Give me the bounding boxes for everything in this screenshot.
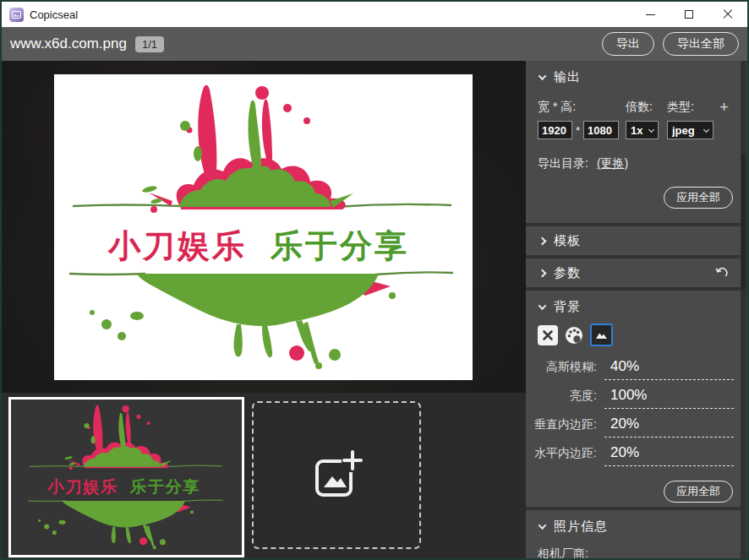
horizontal-padding-label: 水平内边距: bbox=[526, 446, 604, 466]
none-icon bbox=[542, 329, 554, 341]
scale-label: 倍数: bbox=[626, 100, 667, 115]
bg-none-button[interactable] bbox=[538, 325, 558, 345]
background-apply-all-button[interactable]: 应用全部 bbox=[664, 481, 733, 503]
panel-background: 背景 bbox=[526, 291, 741, 507]
gaussian-blur-value[interactable]: 40% bbox=[604, 358, 734, 380]
width-height-label: 宽 * 高: bbox=[538, 100, 626, 115]
dimension-separator: * bbox=[572, 124, 583, 137]
bg-color-button[interactable] bbox=[564, 325, 584, 345]
palette-icon bbox=[564, 325, 584, 345]
preview-image: 小刀娱乐 乐于分享 bbox=[54, 74, 473, 380]
brightness-value[interactable]: 100% bbox=[604, 387, 734, 409]
scale-select[interactable]: 1x bbox=[626, 121, 659, 139]
undo-icon bbox=[714, 266, 729, 280]
sidebar-scrollbar[interactable] bbox=[741, 61, 746, 558]
horizontal-padding-value[interactable]: 20% bbox=[604, 444, 734, 466]
chevron-right-icon bbox=[539, 269, 547, 277]
export-button[interactable]: 导出 bbox=[602, 32, 654, 56]
page-count-badge: 1/1 bbox=[135, 36, 164, 52]
panel-params: 参数 bbox=[526, 258, 741, 287]
chevron-down-icon bbox=[539, 302, 547, 310]
toolbar: www.x6d.com.png 1/1 导出 导出全部 bbox=[2, 27, 747, 61]
bg-image-button[interactable] bbox=[590, 323, 613, 346]
width-input[interactable] bbox=[538, 121, 572, 139]
chevron-down-icon bbox=[539, 72, 547, 80]
panel-template: 模板 bbox=[526, 226, 741, 255]
thumbnail-selected[interactable] bbox=[8, 397, 244, 557]
add-output-button[interactable]: + bbox=[719, 101, 730, 113]
minimize-button[interactable] bbox=[631, 2, 670, 27]
panel-params-header[interactable]: 参数 bbox=[526, 258, 741, 287]
minimize-icon bbox=[646, 14, 655, 15]
window-controls bbox=[631, 2, 747, 27]
export-dir-row: 导出目录: (更换) bbox=[538, 156, 730, 171]
brightness-field: 亮度: 100% bbox=[526, 380, 734, 409]
brightness-label: 亮度: bbox=[526, 389, 604, 409]
panel-output-header[interactable]: 输出 bbox=[526, 68, 741, 86]
change-dir-link[interactable]: (更换) bbox=[597, 156, 628, 171]
filmstrip bbox=[2, 393, 526, 558]
titlebar: Copicseal bbox=[2, 2, 747, 27]
panel-photo-info-header[interactable]: 照片信息 bbox=[526, 517, 741, 536]
panel-output: 输出 宽 * 高: 倍数: 类型: + * 1x bbox=[526, 61, 741, 223]
gaussian-blur-field: 高斯模糊: 40% bbox=[526, 351, 734, 380]
horizontal-padding-field: 水平内边距: 20% bbox=[526, 438, 734, 466]
chevron-right-icon bbox=[539, 237, 547, 245]
output-inputs-row: * 1x jpeg bbox=[538, 121, 730, 139]
vertical-padding-label: 垂直内边距: bbox=[526, 417, 604, 438]
panel-background-header[interactable]: 背景 bbox=[526, 297, 741, 316]
output-labels-row: 宽 * 高: 倍数: 类型: + bbox=[538, 100, 730, 115]
vertical-padding-value[interactable]: 20% bbox=[604, 416, 734, 438]
vertical-padding-field: 垂直内边距: 20% bbox=[526, 409, 734, 438]
add-image-dropzone[interactable] bbox=[252, 401, 421, 549]
type-select[interactable]: jpeg bbox=[667, 121, 713, 139]
gaussian-blur-label: 高斯模糊: bbox=[526, 360, 604, 380]
close-icon bbox=[723, 9, 733, 19]
app-window: Copicseal www.x6d.com.png 1/1 导出 导出全部 bbox=[0, 0, 749, 560]
export-dir-label: 导出目录: bbox=[538, 156, 588, 171]
current-filename: www.x6d.com.png bbox=[10, 35, 127, 52]
add-image-icon bbox=[309, 449, 364, 503]
type-label: 类型: bbox=[667, 100, 719, 115]
maximize-button[interactable] bbox=[670, 2, 708, 27]
chevron-down-icon bbox=[539, 521, 547, 530]
image-icon bbox=[595, 329, 608, 340]
scrollbar-thumb[interactable] bbox=[741, 154, 746, 289]
close-button[interactable] bbox=[708, 2, 747, 27]
output-apply-all-button[interactable]: 应用全部 bbox=[664, 187, 733, 209]
settings-sidebar: 输出 宽 * 高: 倍数: 类型: + * 1x bbox=[526, 61, 746, 558]
camera-maker-label: 相机厂商: bbox=[538, 546, 741, 560]
preview-area: 小刀娱乐 乐于分享 bbox=[2, 61, 526, 393]
panel-template-header[interactable]: 模板 bbox=[526, 226, 741, 255]
height-input[interactable] bbox=[583, 121, 619, 139]
export-all-button[interactable]: 导出全部 bbox=[663, 32, 739, 56]
chevron-down-icon bbox=[648, 126, 654, 132]
preview-column: 小刀娱乐 乐于分享 bbox=[2, 61, 526, 558]
background-mode-buttons bbox=[538, 323, 741, 346]
app-title: Copicseal bbox=[30, 8, 78, 21]
app-logo-icon bbox=[9, 8, 24, 22]
params-reset-button[interactable] bbox=[714, 266, 729, 280]
panel-photo-info: 照片信息 相机厂商: bbox=[526, 510, 741, 560]
maximize-icon bbox=[685, 10, 693, 19]
chevron-down-icon bbox=[703, 126, 709, 132]
